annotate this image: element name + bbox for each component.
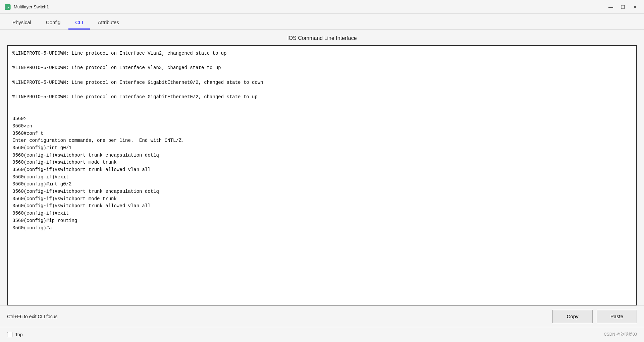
top-checkbox[interactable] [7,332,12,337]
close-button[interactable]: ✕ [630,4,640,10]
window-controls: — ❐ ✕ [606,4,640,10]
restore-button[interactable]: ❐ [618,4,628,10]
main-window: S Multilayer Switch1 — ❐ ✕ Physical Conf… [0,0,644,342]
tab-physical[interactable]: Physical [6,16,38,30]
title-bar: S Multilayer Switch1 — ❐ ✕ [0,0,644,14]
watermark: CSDN @刘明皓00 [604,332,637,337]
cli-heading: IOS Command Line Interface [7,35,637,41]
top-label: Top [15,332,23,337]
main-content: IOS Command Line Interface %LINEPROTO-5-… [0,30,644,305]
cli-hint: Ctrl+F6 to exit CLI focus [7,314,548,319]
cli-container: %LINEPROTO-5-UPDOWN: Line protocol on In… [7,45,637,305]
tab-config[interactable]: Config [39,16,67,30]
copy-button[interactable]: Copy [552,310,593,323]
footer: Top CSDN @刘明皓00 [0,327,644,342]
window-icon: S [4,4,11,10]
paste-button[interactable]: Paste [597,310,637,323]
minimize-button[interactable]: — [606,4,615,10]
tab-attributes[interactable]: Attributes [91,16,126,30]
svg-text:S: S [7,5,9,9]
tab-cli[interactable]: CLI [68,16,90,30]
window-title: Multilayer Switch1 [14,4,606,9]
cli-output[interactable]: %LINEPROTO-5-UPDOWN: Line protocol on In… [8,46,636,305]
bottom-bar: Ctrl+F6 to exit CLI focus Copy Paste [0,305,644,327]
tab-bar: Physical Config CLI Attributes [0,14,644,30]
